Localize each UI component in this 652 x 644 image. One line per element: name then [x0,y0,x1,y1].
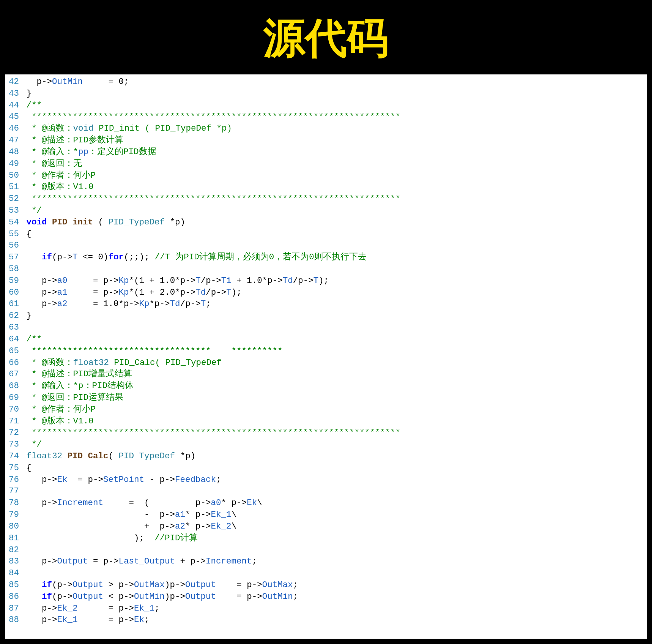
code-content[interactable]: p->Ek_2 = p->Ek_1; [21,603,647,614]
code-line[interactable]: 52 *************************************… [5,193,647,205]
code-content[interactable] [21,544,647,556]
code-line[interactable]: 81 ); //PID计算 [5,532,647,544]
code-line[interactable]: 69 * @返回：PID运算结果 [5,392,647,404]
code-content[interactable]: { [21,462,647,474]
code-content[interactable]: /** [21,99,647,111]
code-line[interactable]: 73 */ [5,439,647,450]
code-line[interactable]: 79 - p->a1* p->Ek_1\ [5,509,647,521]
code-line[interactable]: 62 } [5,310,647,322]
code-content[interactable]: float32 PID_Calc( PID_TypeDef *p) [21,450,647,462]
code-content[interactable] [21,322,647,333]
code-content[interactable]: p->a2 = 1.0*p->Kp*p->Td/p->T; [21,298,647,310]
code-content[interactable] [21,263,647,275]
code-content[interactable]: } [21,310,647,322]
code-line[interactable]: 48 * @输入：*pp：定义的PID数据 [5,146,647,158]
code-line[interactable]: 88 p->Ek_1 = p->Ek; [5,614,647,626]
line-number: 51 [5,181,21,193]
code-content[interactable]: { [21,228,647,240]
code-content[interactable]: /** [21,333,647,345]
code-content[interactable]: * @作者：何小P [21,170,647,182]
code-content[interactable]: * @版本：V1.0 [21,181,647,193]
code-content[interactable]: + p->a2* p->Ek_2\ [21,521,647,532]
code-line[interactable]: 65 *********************************** *… [5,345,647,357]
code-line[interactable]: 49 * @返回：无 [5,158,647,170]
code-content[interactable]: void PID_init ( PID_TypeDef *p) [21,216,647,228]
code-line[interactable]: 42 p->OutMin = 0; [5,76,647,88]
code-line[interactable]: 86 if(p->Output < p->OutMin)p->Output = … [5,591,647,603]
code-line[interactable]: 46 * @函数：void PID_init ( PID_TypeDef *p) [5,123,647,134]
code-line[interactable]: 67 * @描述：PID增量式结算 [5,368,647,380]
code-line[interactable]: 55 { [5,228,647,240]
code-line[interactable]: 50 * @作者：何小P [5,170,647,182]
line-number: 74 [5,450,21,462]
code-line[interactable]: 57 if(p->T <= 0)for(;;); //T 为PID计算周期，必须… [5,251,647,263]
code-content[interactable]: * @输入：*p：PID结构体 [21,380,647,392]
code-content[interactable] [21,485,647,497]
code-line[interactable]: 58 [5,263,647,275]
code-content[interactable]: * @作者：何小P [21,404,647,415]
code-line[interactable]: 66 * @函数：float32 PID_Calc( PID_TypeDef [5,357,647,369]
code-content[interactable] [21,240,647,251]
code-line[interactable]: 77 [5,485,647,497]
code-content[interactable]: if(p->T <= 0)for(;;); //T 为PID计算周期，必须为0，… [21,251,647,263]
code-line[interactable]: 54 void PID_init ( PID_TypeDef *p) [5,216,647,228]
code-line[interactable]: 76 p->Ek = p->SetPoint - p->Feedback; [5,474,647,486]
code-content[interactable]: ****************************************… [21,111,647,123]
code-content[interactable]: p->a1 = p->Kp*(1 + 2.0*p->Td/p->T); [21,287,647,298]
line-number: 44 [5,99,21,111]
code-content[interactable]: if(p->Output < p->OutMin)p->Output = p->… [21,591,647,603]
code-line[interactable]: 64 /** [5,333,647,345]
code-content[interactable]: * @返回：无 [21,158,647,170]
code-line[interactable]: 43 } [5,88,647,99]
code-content[interactable]: if(p->Output > p->OutMax)p->Output = p->… [21,579,647,591]
code-content[interactable]: * @函数：float32 PID_Calc( PID_TypeDef [21,357,647,369]
code-content[interactable]: * @描述：PID增量式结算 [21,368,647,380]
code-content[interactable]: p->Increment = ( p->a0* p->Ek\ [21,497,647,509]
line-number: 46 [5,123,21,134]
line-number: 66 [5,357,21,369]
code-line[interactable]: 80 + p->a2* p->Ek_2\ [5,521,647,532]
code-content[interactable] [21,567,647,579]
code-content[interactable]: * @版本：V1.0 [21,415,647,427]
code-line[interactable]: 63 [5,322,647,333]
code-line[interactable]: 83 p->Output = p->Last_Output + p->Incre… [5,556,647,567]
code-line[interactable]: 59 p->a0 = p->Kp*(1 + 1.0*p->T/p->Ti + 1… [5,275,647,287]
code-line[interactable]: 60 p->a1 = p->Kp*(1 + 2.0*p->Td/p->T); [5,287,647,298]
code-editor[interactable]: 42 p->OutMin = 0;43 }44 /**45 **********… [5,74,647,639]
code-content[interactable]: */ [21,439,647,450]
code-content[interactable]: * @描述：PID参数计算 [21,134,647,146]
code-content[interactable]: p->OutMin = 0; [21,76,647,88]
code-content[interactable]: } [21,88,647,99]
code-content[interactable]: */ [21,205,647,216]
code-line[interactable]: 75 { [5,462,647,474]
code-line[interactable]: 68 * @输入：*p：PID结构体 [5,380,647,392]
code-line[interactable]: 87 p->Ek_2 = p->Ek_1; [5,603,647,614]
code-line[interactable]: 85 if(p->Output > p->OutMax)p->Output = … [5,579,647,591]
code-line[interactable]: 78 p->Increment = ( p->a0* p->Ek\ [5,497,647,509]
code-line[interactable]: 61 p->a2 = 1.0*p->Kp*p->Td/p->T; [5,298,647,310]
code-content[interactable]: *********************************** ****… [21,345,647,357]
code-content[interactable]: p->Ek_1 = p->Ek; [21,614,647,626]
code-line[interactable]: 47 * @描述：PID参数计算 [5,134,647,146]
code-content[interactable]: * @返回：PID运算结果 [21,392,647,404]
code-content[interactable]: - p->a1* p->Ek_1\ [21,509,647,521]
code-line[interactable]: 45 *************************************… [5,111,647,123]
code-content[interactable]: ****************************************… [21,427,647,439]
code-line[interactable]: 51 * @版本：V1.0 [5,181,647,193]
code-line[interactable]: 44 /** [5,99,647,111]
code-line[interactable]: 74 float32 PID_Calc( PID_TypeDef *p) [5,450,647,462]
code-content[interactable]: * @函数：void PID_init ( PID_TypeDef *p) [21,123,647,134]
code-content[interactable]: ****************************************… [21,193,647,205]
code-line[interactable]: 53 */ [5,205,647,216]
code-line[interactable]: 70 * @作者：何小P [5,404,647,415]
code-line[interactable]: 84 [5,567,647,579]
code-content[interactable]: ); //PID计算 [21,532,647,544]
code-line[interactable]: 82 [5,544,647,556]
code-line[interactable]: 71 * @版本：V1.0 [5,415,647,427]
code-content[interactable]: p->Ek = p->SetPoint - p->Feedback; [21,474,647,486]
code-content[interactable]: p->a0 = p->Kp*(1 + 1.0*p->T/p->Ti + 1.0*… [21,275,647,287]
code-line[interactable]: 72 *************************************… [5,427,647,439]
code-content[interactable]: p->Output = p->Last_Output + p->Incremen… [21,556,647,567]
code-line[interactable]: 56 [5,240,647,251]
code-content[interactable]: * @输入：*pp：定义的PID数据 [21,146,647,158]
